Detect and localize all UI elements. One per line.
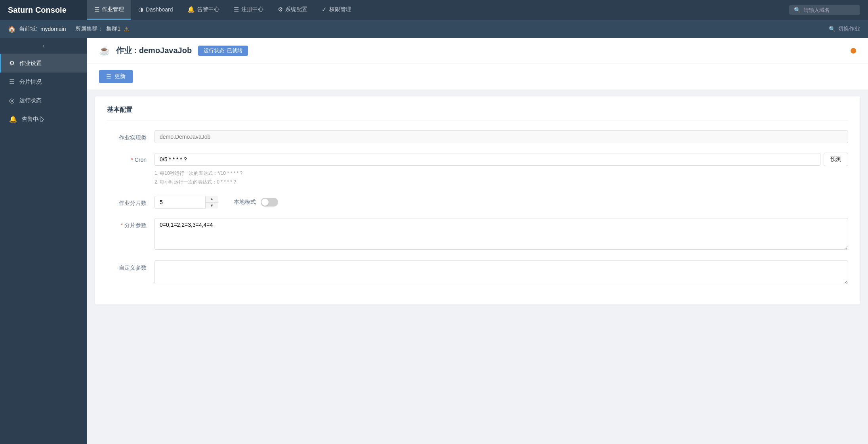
cron-hint-1: 1. 每10秒运行一次的表达式：*/10 * * * * ? [155, 169, 848, 178]
domain-value: mydomain [40, 26, 66, 32]
orange-indicator [851, 48, 856, 54]
switch-job-icon: 🔍 [829, 26, 836, 32]
job-class-input[interactable] [155, 130, 848, 143]
cron-wrap: 预测 [155, 153, 848, 166]
predict-button[interactable]: 预测 [824, 153, 848, 166]
tab-icon-permission-mgmt: ✓ [322, 6, 327, 13]
search-area[interactable]: 🔍 [789, 5, 860, 15]
local-mode: 本地模式 [234, 198, 278, 207]
form-area: 基本配置 作业实现类 Cron 预测 1. 每10秒运行一次的表达式：*/10 [95, 96, 860, 304]
section-title: 基本配置 [107, 106, 848, 121]
collapse-icon: ‹ [42, 42, 45, 50]
brand: Saturn Console [0, 0, 87, 20]
job-name: demoJavaJob [139, 46, 192, 55]
custom-params-textarea[interactable] [155, 260, 848, 284]
tab-label-job-management: 作业管理 [102, 6, 124, 13]
tab-icon-system-config: ⚙ [278, 6, 283, 13]
job-class-label: 作业实现类 [107, 130, 155, 142]
sidebar-label-job-settings: 作业设置 [19, 60, 42, 67]
sidebar-label-run-status: 运行状态 [19, 97, 42, 104]
sidebar-label-shard-status: 分片情况 [19, 78, 42, 86]
tab-icon-job-management: ☰ [94, 6, 99, 13]
sidebar-item-run-status[interactable]: ◎运行状态 [0, 91, 87, 110]
shards-row: 作业分片数 ▲ ▼ 本地模式 [107, 196, 848, 209]
custom-params-label: 自定义参数 [107, 260, 155, 272]
shard-params-row: 分片参数 0=0,1=2,2=3,3=4,4=4 [107, 218, 848, 251]
domain-label: 当前域: [19, 25, 37, 33]
tab-label-alert-center-tab: 告警中心 [197, 6, 219, 13]
nav-tab-job-management[interactable]: ☰作业管理 [87, 0, 131, 20]
shard-params-textarea[interactable]: 0=0,1=2,2=3,3=4,4=4 [155, 218, 848, 250]
cron-label: Cron [107, 153, 155, 164]
sub-nav: 🏠 当前域: mydomain 所属集群： 集群1 ⚠ 🔍 切换作业 [0, 20, 868, 38]
cron-input[interactable] [155, 153, 820, 166]
job-title: 作业 : demoJavaJob [116, 45, 192, 56]
sidebar: ‹ ⚙作业设置☰分片情况◎运行状态🔔告警中心 [0, 38, 87, 444]
shards-input-wrap: ▲ ▼ [155, 196, 218, 209]
home-icon: 🏠 [8, 25, 16, 33]
top-nav: Saturn Console ☰作业管理◑Dashboard🔔告警中心☰注册中心… [0, 0, 868, 20]
shard-params-label: 分片参数 [107, 218, 155, 230]
nav-tab-alert-center-tab[interactable]: 🔔告警中心 [180, 0, 227, 20]
cron-control: 预测 1. 每10秒运行一次的表达式：*/10 * * * * ? 2. 每小时… [155, 153, 848, 186]
switch-job-label: 切换作业 [838, 25, 860, 33]
sidebar-icon-job-settings: ⚙ [9, 59, 15, 67]
shards-control: ▲ ▼ 本地模式 [155, 196, 848, 209]
update-label: 更新 [114, 73, 126, 80]
content-area: ☕ 作业 : demoJavaJob 运行状态: 已就绪 ☰ 更新 基本配置 作… [87, 38, 868, 444]
custom-params-row: 自定义参数 [107, 260, 848, 285]
switch-job[interactable]: 🔍 切换作业 [829, 25, 860, 33]
sidebar-icon-alert-center: 🔔 [9, 115, 17, 123]
nav-tab-dashboard[interactable]: ◑Dashboard [131, 0, 180, 20]
main-wrapper: ‹ ⚙作业设置☰分片情况◎运行状态🔔告警中心 ☕ 作业 : demoJavaJo… [0, 38, 868, 444]
shards-label: 作业分片数 [107, 196, 155, 207]
shards-increment-button[interactable]: ▲ [206, 196, 218, 203]
sidebar-icon-shard-status: ☰ [9, 78, 15, 86]
sidebar-item-alert-center[interactable]: 🔔告警中心 [0, 110, 87, 128]
nav-tabs: ☰作业管理◑Dashboard🔔告警中心☰注册中心⚙系统配置✓权限管理 [87, 0, 789, 20]
shard-params-control: 0=0,1=2,2=3,3=4,4=4 [155, 218, 848, 251]
shards-stepper: ▲ ▼ [205, 196, 218, 209]
status-badge: 运行状态: 已就绪 [198, 46, 248, 56]
job-class-row: 作业实现类 [107, 130, 848, 143]
sidebar-item-shard-status[interactable]: ☰分片情况 [0, 73, 87, 91]
sidebar-label-alert-center: 告警中心 [22, 116, 44, 123]
cluster-value: 集群1 [106, 25, 120, 33]
shards-inner-row: ▲ ▼ 本地模式 [155, 196, 848, 209]
tab-label-system-config: 系统配置 [285, 6, 307, 13]
tab-icon-dashboard: ◑ [138, 6, 143, 13]
tab-label-permission-mgmt: 权限管理 [329, 6, 351, 13]
job-title-prefix: 作业 : [116, 46, 139, 55]
local-mode-label: 本地模式 [234, 199, 256, 206]
nav-tab-permission-mgmt[interactable]: ✓权限管理 [315, 0, 359, 20]
toolbar: ☰ 更新 [87, 63, 868, 90]
sidebar-item-job-settings[interactable]: ⚙作业设置 [0, 54, 87, 73]
local-mode-toggle[interactable] [261, 198, 278, 207]
cron-hints: 1. 每10秒运行一次的表达式：*/10 * * * * ? 2. 每小时运行一… [155, 169, 848, 186]
page-header: ☕ 作业 : demoJavaJob 运行状态: 已就绪 [87, 38, 868, 63]
update-button[interactable]: ☰ 更新 [99, 70, 133, 83]
custom-params-control [155, 260, 848, 285]
tab-label-registry-center: 注册中心 [241, 6, 263, 13]
shards-decrement-button[interactable]: ▼ [206, 203, 218, 209]
tab-icon-alert-center-tab: 🔔 [187, 6, 195, 13]
warning-icon[interactable]: ⚠ [124, 25, 129, 33]
cron-row: Cron 预测 1. 每10秒运行一次的表达式：*/10 * * * * ? 2… [107, 153, 848, 186]
sidebar-collapse-button[interactable]: ‹ [0, 38, 87, 54]
brand-title: Saturn Console [8, 6, 67, 15]
java-job-icon: ☕ [99, 46, 110, 56]
job-class-control [155, 130, 848, 143]
sidebar-icon-run-status: ◎ [9, 97, 15, 104]
cluster-label: 所属集群： [75, 25, 103, 33]
search-icon: 🔍 [794, 7, 801, 13]
tab-label-dashboard: Dashboard [146, 6, 173, 13]
domain-info: 🏠 当前域: mydomain 所属集群： 集群1 ⚠ [8, 25, 129, 33]
nav-tab-registry-center[interactable]: ☰注册中心 [227, 0, 271, 20]
domain-search-input[interactable] [804, 7, 855, 13]
cron-hint-2: 2. 每小时运行一次的表达式：0 * * * * ? [155, 178, 848, 187]
tab-icon-registry-center: ☰ [234, 6, 239, 13]
nav-tab-system-config[interactable]: ⚙系统配置 [271, 0, 315, 20]
update-icon: ☰ [106, 73, 111, 80]
